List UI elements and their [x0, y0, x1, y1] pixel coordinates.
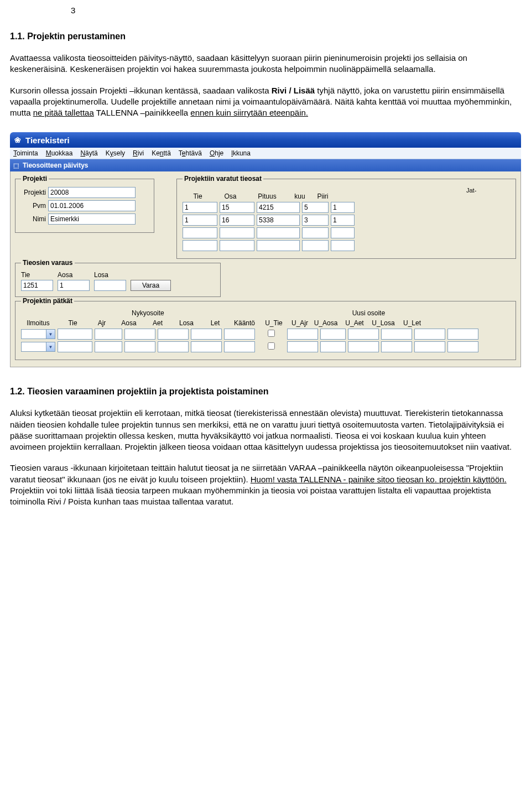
superhead-nykyosoite: Nykyosoite: [132, 309, 164, 317]
text-fragment: Projektiin voi toki liittää lisää tieosi…: [10, 486, 491, 506]
cell-piiri[interactable]: [331, 240, 355, 251]
cell-pituus[interactable]: [257, 240, 300, 251]
group-varatut-legend: Projektiin varatut tieosat: [183, 175, 263, 183]
chevron-down-icon: ▼: [46, 330, 55, 339]
col-p-uaosa: U_Aosa: [313, 319, 339, 327]
group-projekti: Projekti Projekti Pvm Nimi: [15, 175, 154, 233]
cell-pituus[interactable]: [257, 215, 300, 226]
cell[interactable]: [124, 341, 155, 352]
col-p-utie: U_Tie: [261, 319, 287, 327]
cell[interactable]: [348, 329, 379, 340]
cell-osa[interactable]: [220, 215, 254, 226]
dropdown-ilmoitus[interactable]: ▼: [21, 329, 55, 339]
col-p-aet: Aet: [144, 319, 171, 327]
cell[interactable]: [414, 341, 445, 352]
text-bold-rivi-lisaa: Rivi / Lisää: [272, 86, 315, 95]
text-fragment: Kursorin ollessa jossain Projekti –ikkun…: [10, 86, 272, 95]
cell[interactable]: [158, 341, 189, 352]
menu-kentta[interactable]: Kenttä: [152, 149, 171, 157]
cell[interactable]: [320, 329, 346, 340]
cell-piiri[interactable]: [331, 227, 355, 238]
cell[interactable]: [287, 341, 318, 352]
col-ilmoitus: Ilmoitus: [21, 319, 55, 327]
input-projekti[interactable]: [48, 187, 136, 198]
cell-pituus[interactable]: [257, 202, 300, 213]
cell[interactable]: [124, 329, 155, 340]
cell[interactable]: [224, 341, 255, 352]
window-title: Tierekisteri: [25, 136, 70, 145]
cell-jatkuu[interactable]: [302, 202, 329, 213]
input-pvm[interactable]: [48, 200, 136, 211]
varaa-button[interactable]: Varaa: [131, 280, 171, 291]
section-1-para-1: Avattaessa valikosta tieosoitteiden päiv…: [10, 53, 521, 75]
cell-jatkuu[interactable]: [302, 215, 329, 226]
cell[interactable]: [58, 329, 92, 340]
label-v-aosa: Aosa: [58, 271, 72, 279]
cell-pituus[interactable]: [257, 227, 300, 238]
table-row: [183, 215, 510, 226]
cell[interactable]: [224, 329, 255, 340]
cell[interactable]: [191, 329, 222, 340]
menu-rivi[interactable]: Rivi: [133, 149, 144, 157]
cell[interactable]: [287, 329, 318, 340]
app-screenshot: ❀ Tierekisteri Toiminta Muokkaa Näytä Ky…: [10, 132, 521, 367]
col-p-ajr: Ajr: [90, 319, 113, 327]
cell[interactable]: [158, 329, 189, 340]
col-header-piiri: Piiri: [313, 192, 332, 200]
subwindow-icon: ⬚: [12, 162, 20, 169]
cell[interactable]: [95, 341, 122, 352]
cell[interactable]: [414, 329, 445, 340]
group-varaus-legend: Tieosien varaus: [21, 259, 75, 267]
checkbox-kaanto[interactable]: [268, 330, 275, 337]
col-p-uaet: U_Aet: [341, 319, 368, 327]
cell[interactable]: [58, 341, 92, 352]
col-p-ulet: U_Let: [399, 319, 425, 327]
table-row: [183, 240, 510, 251]
input-v-losa[interactable]: [94, 280, 126, 291]
section-1-title: 1.1. Projektin perustaminen: [10, 32, 521, 41]
group-tieosien-varaus: Tieosien varaus Tie Aosa Losa Varaa: [15, 259, 221, 297]
col-header-tie: Tie: [183, 192, 213, 200]
col-p-ulosa: U_Losa: [370, 319, 397, 327]
cell[interactable]: [381, 329, 412, 340]
menu-toiminta[interactable]: Toiminta: [13, 149, 38, 157]
cell-tie[interactable]: [183, 202, 217, 213]
table-row: ▼: [21, 341, 510, 352]
cell-tie[interactable]: [183, 240, 217, 251]
col-p-let: Let: [202, 319, 228, 327]
dropdown-ilmoitus[interactable]: ▼: [21, 342, 55, 352]
input-v-tie[interactable]: [21, 280, 53, 291]
cell[interactable]: [447, 341, 478, 352]
cell-jatkuu[interactable]: [302, 240, 329, 251]
menu-muokkaa[interactable]: Muokkaa: [46, 149, 73, 157]
cell-tie[interactable]: [183, 227, 217, 238]
cell-osa[interactable]: [220, 227, 254, 238]
input-v-aosa[interactable]: [58, 280, 90, 291]
cell[interactable]: [320, 341, 346, 352]
cell[interactable]: [95, 329, 122, 340]
table-row: [183, 227, 510, 238]
input-nimi[interactable]: [48, 214, 136, 225]
cell-piiri[interactable]: [331, 202, 355, 213]
cell-osa[interactable]: [220, 240, 254, 251]
menu-tehtava[interactable]: Tehtävä: [179, 149, 202, 157]
cell-osa[interactable]: [220, 202, 254, 213]
cell-tie[interactable]: [183, 215, 217, 226]
menu-kysely[interactable]: Kysely: [106, 149, 125, 157]
chevron-down-icon: ▼: [46, 342, 55, 351]
cell-piiri[interactable]: [331, 215, 355, 226]
col-p-tie: Tie: [58, 319, 88, 327]
cell[interactable]: [191, 341, 222, 352]
section-2-para-2: Tieosien varaus -ikkunaan kirjoitetaan t…: [10, 462, 521, 507]
group-projekti-legend: Projekti: [21, 175, 49, 183]
cell[interactable]: [348, 341, 379, 352]
cell-jatkuu[interactable]: [302, 227, 329, 238]
cell[interactable]: [447, 329, 478, 340]
menu-ohje[interactable]: Ohje: [210, 149, 223, 157]
menu-nayta[interactable]: Näytä: [80, 149, 97, 157]
cell[interactable]: [381, 341, 412, 352]
label-projekti: Projekti: [21, 189, 46, 196]
menu-ikkuna[interactable]: lkkuna: [231, 149, 251, 157]
app-icon: ❀: [13, 136, 22, 144]
checkbox-kaanto[interactable]: [268, 342, 275, 350]
